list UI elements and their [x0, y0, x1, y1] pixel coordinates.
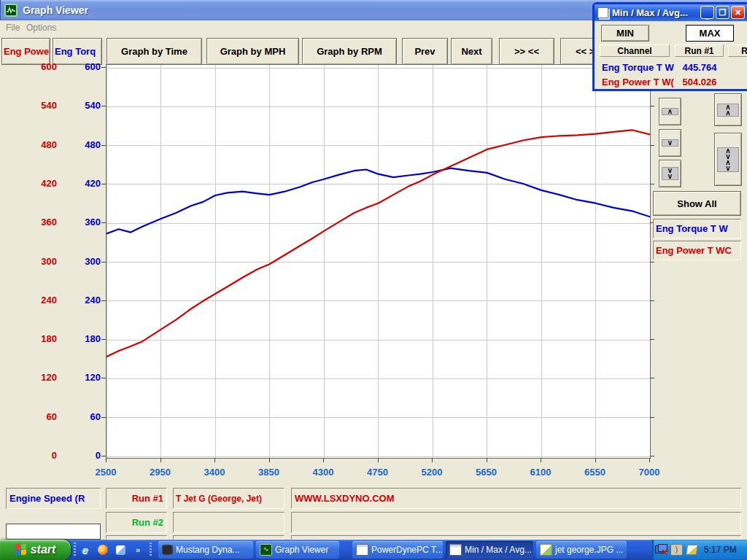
graph-by-rpm-button[interactable]: Graph by RPM: [302, 38, 397, 65]
next-button[interactable]: Next: [451, 38, 492, 65]
min-max-avg-dialog[interactable]: Min / Max / Avg... _ ❒ ✕ MIN MAX Channel…: [592, 2, 747, 91]
y-tick: [650, 417, 654, 418]
windows-flag-icon: [15, 543, 27, 556]
y-axis-label-torque: 420: [58, 178, 101, 189]
x-tick: [323, 458, 324, 462]
chevron-glyph: ∨: [725, 166, 730, 171]
x-axis-label: 6100: [515, 467, 566, 478]
task-label: PowerDynePC T...: [371, 545, 443, 555]
scroll-top-button[interactable]: ∧∧: [714, 93, 742, 126]
y-axis-label-torque: 300: [58, 256, 101, 267]
scroll-down-button[interactable]: ∨: [659, 129, 681, 157]
x-axis-label: 4300: [298, 467, 349, 478]
y-axis-label-power: 120: [15, 372, 57, 383]
run1-title-box[interactable]: T Jet G (George, Jet): [173, 488, 285, 509]
scroll-span-button[interactable]: ∧∨∧∨: [714, 133, 742, 186]
overflow-chevron-icon[interactable]: »: [131, 543, 144, 556]
x-channel-box[interactable]: Engine Speed (R: [6, 488, 101, 509]
tray-icons: ✕): [652, 544, 698, 556]
y-axis-label-torque: 360: [58, 217, 101, 228]
chevron-pad: ∧∧: [717, 104, 739, 117]
x-tick: [432, 458, 433, 462]
max-toggle-button[interactable]: MAX: [686, 25, 734, 42]
chevron-pad: ∧∨∧∨: [717, 147, 739, 172]
ie-icon[interactable]: e: [79, 543, 92, 556]
run1-comment-box[interactable]: WWW.LSXDYNO.COM: [291, 488, 741, 509]
firefox-icon[interactable]: [96, 543, 109, 556]
stat-row-value: 445.764: [676, 62, 723, 73]
menu-file[interactable]: File: [6, 23, 20, 33]
y-axis-label-torque: 120: [58, 372, 101, 383]
x-axis-label: 5200: [406, 467, 457, 478]
run2-comment-box[interactable]: [291, 512, 741, 533]
y-tick: [101, 222, 106, 223]
taskbar: start e» Mustang Dyna...∿Graph ViewerPow…: [0, 540, 747, 560]
min-toggle-button[interactable]: MIN: [601, 25, 649, 42]
stat-row-channel: Eng Torque T W: [602, 62, 675, 73]
legend-torque-button[interactable]: Eng Torque T W: [653, 219, 741, 238]
graph-viewer-window: Graph Viewer File Options Eng Powe Eng T…: [0, 0, 747, 560]
x-tick: [595, 458, 596, 462]
chevron-glyph: ∧: [667, 109, 673, 114]
network-offline-icon[interactable]: ✕: [655, 544, 667, 556]
chevron-pad: ∨∨: [662, 167, 678, 180]
x-tick: [106, 458, 107, 462]
x-tick: [160, 458, 161, 462]
task-label: Min / Max / Avg...: [465, 545, 532, 555]
menu-options[interactable]: Options: [26, 23, 56, 33]
y-axis-label-torque: 60: [58, 411, 101, 422]
chart-plot-area[interactable]: [106, 64, 651, 459]
maximize-icon[interactable]: ❒: [716, 6, 729, 19]
dialog-icon: [597, 7, 608, 18]
taskbar-task-powerdynepc-t[interactable]: PowerDynePC T...: [352, 541, 443, 559]
y-axis-label-power: 0: [15, 450, 57, 461]
x-tick: [649, 458, 650, 462]
taskbar-task-min-max-avg[interactable]: Min / Max / Avg...: [446, 541, 533, 559]
y-axis-label-power: 420: [15, 178, 57, 189]
taskbar-task-graph-viewer[interactable]: ∿Graph Viewer: [256, 541, 339, 559]
stat-row-channel: Eng Power T W(: [602, 77, 675, 88]
y-axis-label-power: 360: [15, 217, 57, 228]
close-icon[interactable]: ✕: [731, 6, 745, 19]
wireless-signal-icon[interactable]: ): [670, 544, 683, 556]
x-axis-label: 2500: [80, 467, 131, 478]
graph-by-mph-button[interactable]: Graph by MPH: [206, 38, 299, 65]
column-header-run1: Run #1: [675, 44, 724, 57]
y-axis-label-power: 480: [15, 139, 57, 150]
column-header-run2: R: [728, 44, 747, 57]
taskbar-clock: 5:17 PM: [704, 545, 737, 555]
zoom-in-button[interactable]: >> <<: [499, 38, 554, 65]
y-axis-label-torque: 540: [58, 100, 101, 111]
chevron-pad: ∨: [662, 139, 678, 147]
taskbar-task-jet-george-jpg[interactable]: jet george.JPG ...: [536, 541, 627, 559]
taskbar-task-mustang-dyna[interactable]: Mustang Dyna...: [158, 541, 253, 559]
legend-power-button[interactable]: Eng Power T WC: [653, 241, 741, 260]
x-axis-label: 5650: [461, 467, 512, 478]
x-channel-list-box[interactable]: [6, 524, 101, 540]
y-tick: [650, 106, 654, 106]
y-axis-label-power: 300: [15, 256, 57, 267]
prev-button[interactable]: Prev: [402, 38, 448, 65]
x-tick: [214, 458, 215, 462]
scroll-fast-down-button[interactable]: ∨∨: [659, 160, 681, 187]
y-tick: [101, 145, 106, 146]
graph-by-time-button[interactable]: Graph by Time: [107, 38, 202, 65]
task-label: jet george.JPG ...: [555, 545, 623, 555]
start-button[interactable]: start: [0, 540, 71, 560]
scroll-up-button[interactable]: ∧: [659, 98, 681, 125]
stat-row-value: 504.026: [676, 77, 723, 88]
media-player-icon[interactable]: [114, 543, 127, 556]
show-all-button[interactable]: Show All: [653, 191, 741, 216]
dyno-chart: [107, 65, 650, 458]
run2-title-box[interactable]: [173, 512, 285, 533]
y-axis-label-power: 600: [15, 61, 57, 72]
y-tick: [101, 106, 106, 106]
y-tick: [101, 300, 106, 301]
quicklaunch-separator: [150, 542, 152, 557]
y-tick: [101, 339, 106, 340]
minimize-icon[interactable]: _: [700, 6, 714, 19]
y-axis-label-torque: 0: [58, 450, 101, 461]
x-axis-label: 7000: [624, 467, 675, 478]
remove-hardware-icon[interactable]: [686, 544, 698, 556]
system-tray: ✕) 5:17 PM: [652, 540, 747, 560]
